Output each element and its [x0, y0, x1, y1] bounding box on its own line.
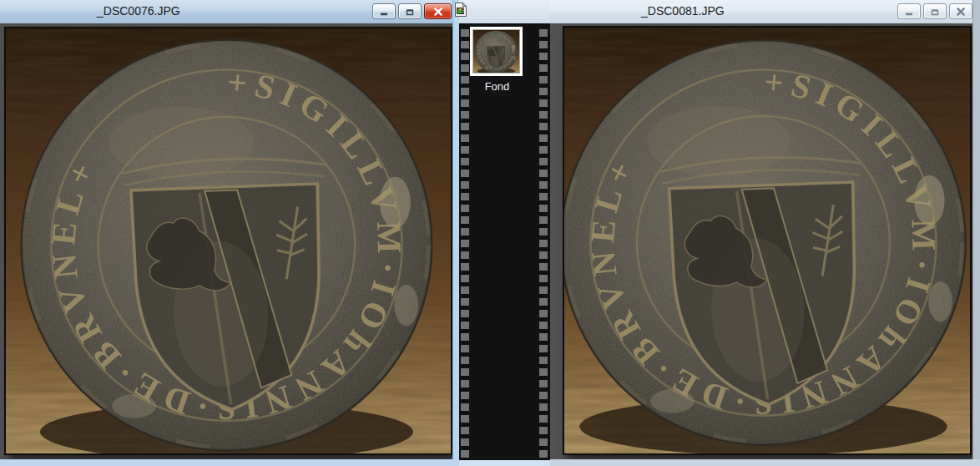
titlebar-left[interactable]: _DSC0076.JPG — [0, 0, 460, 24]
window-title: _DSC0081.JPG — [641, 4, 725, 18]
seal-thumbnail — [472, 29, 520, 73]
close-icon — [433, 7, 443, 17]
filmstrip-body: Fond — [459, 23, 550, 460]
titlebar-right[interactable]: _DSC0081.JPG — [550, 0, 980, 24]
thumbnail-label: Fond — [470, 80, 524, 93]
desktop: +SIGILLVM·IOhANNIS·DE·BRVNEL+ — [0, 0, 980, 466]
seal-photo-left — [6, 28, 451, 453]
window-border — [972, 0, 980, 466]
restore-button[interactable] — [923, 3, 947, 19]
close-icon — [956, 7, 966, 17]
minimize-icon — [379, 7, 389, 17]
image-window-dsc0076: _DSC0076.JPG — [0, 0, 460, 466]
window-controls — [372, 3, 452, 19]
window-border — [550, 459, 980, 466]
filmstrip-panel: Fond — [459, 0, 550, 466]
window-border — [459, 460, 550, 466]
minimize-icon — [904, 7, 914, 17]
film-sprockets-right — [539, 25, 548, 460]
minimize-button[interactable] — [372, 3, 396, 19]
film-sprockets-left — [461, 25, 469, 460]
window-border — [0, 459, 460, 466]
minimize-button[interactable] — [897, 3, 921, 19]
photo-canvas-right — [550, 23, 973, 459]
close-button[interactable] — [424, 3, 452, 19]
restore-button[interactable] — [398, 3, 422, 19]
image-file-icon — [454, 2, 467, 18]
restore-icon — [405, 7, 415, 17]
thumbnail-fond[interactable]: Fond — [470, 27, 524, 93]
photo-canvas-left — [0, 23, 453, 459]
window-controls — [897, 3, 972, 19]
image-window-dsc0081: _DSC0081.JPG — [550, 0, 980, 466]
window-title: _DSC0076.JPG — [97, 4, 180, 18]
filmstrip-titlebar[interactable] — [459, 0, 550, 23]
photo-dsc0081 — [563, 26, 972, 455]
seal-photo-right — [564, 28, 970, 453]
photo-dsc0076 — [4, 27, 452, 455]
close-button[interactable] — [949, 3, 972, 19]
restore-icon — [930, 7, 940, 17]
thumbnail-image — [470, 27, 523, 76]
